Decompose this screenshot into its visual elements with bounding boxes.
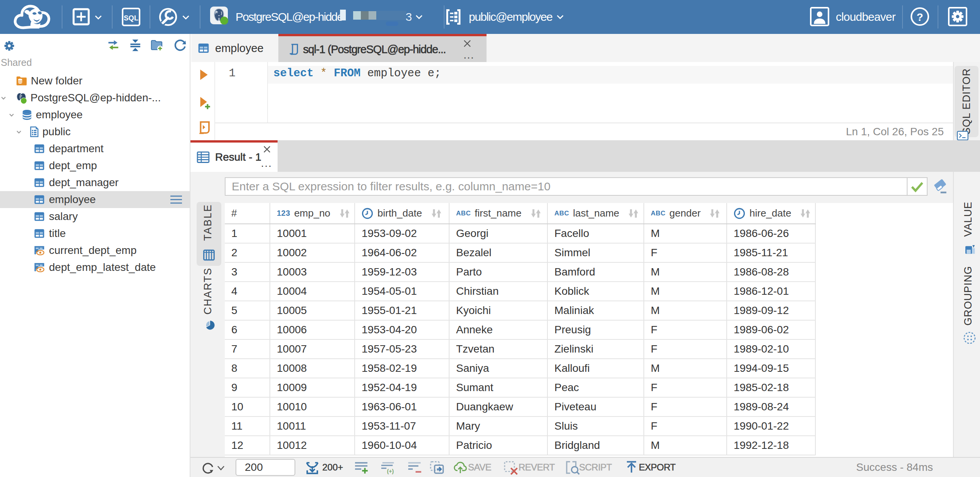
svg-text:SQL: SQL (124, 14, 138, 22)
svg-text:(+): (+) (387, 468, 394, 474)
svg-text:?: ? (916, 11, 923, 23)
